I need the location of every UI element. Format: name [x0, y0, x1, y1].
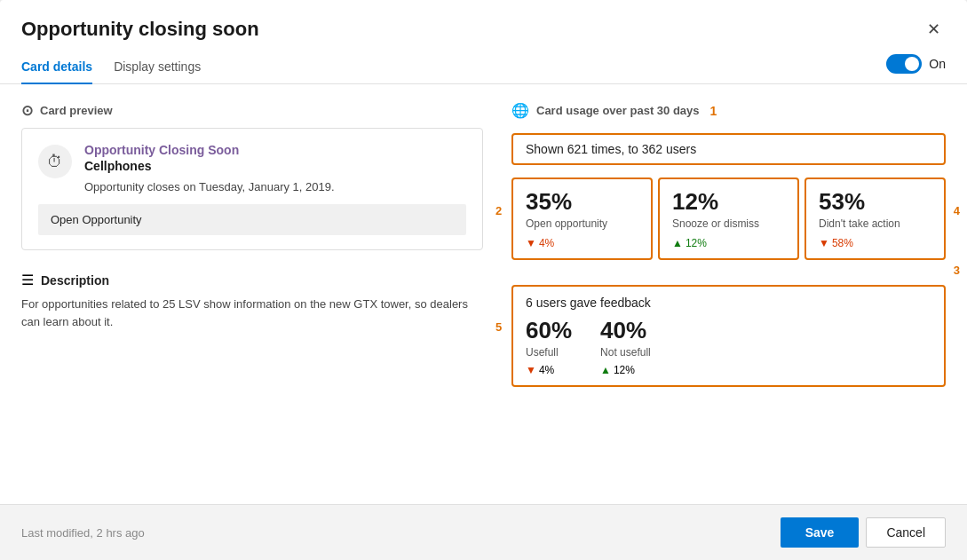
- card-preview-box: ⏱ Opportunity Closing Soon Cellphones Op…: [21, 128, 483, 250]
- dialog-title: Opportunity closing soon: [21, 18, 259, 41]
- on-off-toggle[interactable]: [886, 54, 922, 74]
- feedback-usefull-change: ▼4%: [526, 364, 572, 376]
- feedback-box: 6 users gave feedback 60% Usefull ▼4% 40…: [511, 285, 946, 387]
- stat-snooze-change: ▲12%: [672, 237, 785, 249]
- stats-row-wrapper: 2 4 35% Open opportunity ▼4% 12% Snooze …: [511, 177, 946, 260]
- open-opportunity-button[interactable]: Open Opportunity: [38, 204, 466, 235]
- cancel-button[interactable]: Cancel: [866, 517, 946, 548]
- stat-snooze-percent: 12%: [672, 188, 785, 216]
- footer: Last modified, 2 hrs ago Save Cancel: [0, 504, 967, 560]
- card-title: Opportunity Closing Soon: [84, 143, 335, 157]
- stat-open-change: ▼4%: [526, 237, 638, 249]
- stat-open-percent: 35%: [526, 188, 638, 216]
- dialog: Opportunity closing soon ✕ Card details …: [0, 0, 967, 560]
- annot-5: 5: [495, 320, 502, 334]
- stat-snooze: 12% Snooze or dismiss ▲12%: [658, 177, 799, 260]
- arrow-up-icon-2: ▲: [600, 364, 611, 376]
- toggle-area: On: [886, 54, 946, 81]
- feedback-not-usefull-percent: 40%: [600, 317, 651, 344]
- feedback-stat-not-usefull: 40% Not usefull ▲12%: [600, 317, 651, 376]
- card-text-block: Opportunity Closing Soon Cellphones Oppo…: [84, 143, 335, 193]
- annot-3: 3: [954, 264, 960, 277]
- toggle-thumb: [905, 57, 919, 71]
- description-section: ☰ Description For opportunities related …: [21, 272, 483, 330]
- card-body: Opportunity closes on Tuesday, January 1…: [84, 180, 335, 193]
- usage-heading-label: Card usage over past 30 days: [536, 104, 700, 117]
- feedback-stat-usefull: 60% Usefull ▼4%: [526, 317, 572, 376]
- arrow-down-icon-3: ▼: [526, 364, 536, 376]
- description-icon: ☰: [21, 272, 34, 288]
- description-heading-row: ☰ Description: [21, 272, 483, 288]
- left-panel: ⊙ Card preview ⏱ Opportunity Closing Soo…: [21, 102, 483, 486]
- main-content: ⊙ Card preview ⏱ Opportunity Closing Soo…: [0, 84, 967, 504]
- feedback-wrapper: 5 6 users gave feedback 60% Usefull ▼4% …: [511, 285, 946, 387]
- card-top: ⏱ Opportunity Closing Soon Cellphones Op…: [38, 143, 466, 193]
- tabs-bar: Card details Display settings On: [0, 51, 967, 84]
- feedback-usefull-percent: 60%: [526, 317, 572, 344]
- stat-snooze-label: Snooze or dismiss: [672, 217, 785, 230]
- toggle-label: On: [929, 57, 946, 71]
- description-text: For opportunities related to 25 LSV show…: [21, 296, 483, 330]
- annot-2: 2: [495, 204, 502, 217]
- feedback-stats: 60% Usefull ▼4% 40% Not usefull ▲12%: [526, 317, 931, 376]
- annot-1: 1: [710, 104, 717, 118]
- feedback-not-usefull-label: Not usefull: [600, 346, 651, 359]
- stat-no-action-label: Didn't take action: [819, 217, 931, 230]
- stat-open-opportunity: 35% Open opportunity ▼4%: [511, 177, 653, 260]
- arrow-up-icon: ▲: [672, 237, 683, 249]
- arrow-down-icon: ▼: [526, 237, 536, 249]
- card-preview-heading: ⊙ Card preview: [21, 102, 483, 119]
- last-modified-text: Last modified, 2 hrs ago: [21, 526, 145, 540]
- feedback-not-usefull-change: ▲12%: [600, 364, 651, 376]
- card-subtitle: Cellphones: [84, 159, 335, 173]
- usage-icon: 🌐: [511, 102, 529, 119]
- card-preview-section: ⊙ Card preview ⏱ Opportunity Closing Soo…: [21, 102, 483, 250]
- description-label: Description: [41, 273, 109, 288]
- dialog-header: Opportunity closing soon ✕: [0, 0, 967, 43]
- close-button[interactable]: ✕: [922, 16, 946, 43]
- right-panel: 🌐 Card usage over past 30 days 1 Shown 6…: [511, 102, 946, 486]
- shown-times-box: Shown 621 times, to 362 users: [511, 133, 946, 165]
- save-button[interactable]: Save: [781, 517, 860, 548]
- arrow-down-icon-2: ▼: [819, 237, 829, 249]
- tab-display-settings[interactable]: Display settings: [114, 52, 201, 84]
- annot-4: 4: [954, 204, 960, 217]
- feedback-title: 6 users gave feedback: [526, 296, 931, 310]
- card-timer-icon: ⏱: [47, 153, 63, 171]
- stat-open-label: Open opportunity: [526, 217, 638, 230]
- footer-buttons: Save Cancel: [781, 517, 946, 548]
- stat-no-action: 53% Didn't take action ▼58%: [805, 177, 946, 260]
- stat-no-action-change: ▼58%: [819, 237, 931, 249]
- preview-icon: ⊙: [21, 102, 33, 119]
- tab-card-details[interactable]: Card details: [21, 52, 92, 84]
- card-preview-label: Card preview: [40, 104, 113, 117]
- shown-times-text: Shown 621 times, to 362 users: [526, 142, 696, 156]
- card-icon-wrap: ⏱: [38, 145, 72, 178]
- feedback-usefull-label: Usefull: [526, 346, 572, 359]
- stat-no-action-percent: 53%: [819, 188, 931, 216]
- usage-heading-row: 🌐 Card usage over past 30 days 1: [511, 102, 946, 119]
